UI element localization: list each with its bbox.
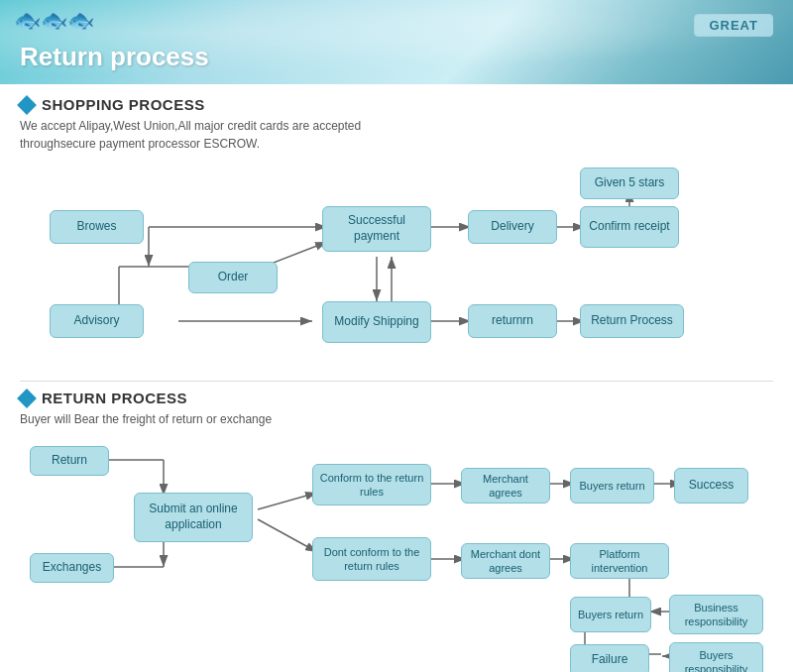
box-merchant-dont: Merchant dont agrees: [461, 543, 550, 579]
box-buyers-return1: Buyers return: [570, 468, 654, 504]
box-successful-payment: Successful payment: [322, 206, 431, 252]
box-submit-online: Submit an online application: [134, 493, 253, 542]
diamond-icon: [17, 95, 37, 115]
svg-line-18: [258, 519, 317, 552]
svg-line-17: [258, 493, 317, 509]
section-divider: [20, 381, 773, 382]
box-buyers-resp: Buyers responsibility: [669, 642, 763, 672]
return-flow: Return Submit an online application Exch…: [20, 438, 773, 672]
box-merchant-agrees: Merchant agrees: [461, 468, 550, 504]
box-business-resp: Business responsibility: [669, 595, 763, 634]
box-advisory: Advisory: [50, 304, 144, 338]
shopping-desc: We accept Alipay,West Union,All major cr…: [20, 117, 773, 153]
box-modify-shipping: Modify Shipping: [322, 301, 431, 343]
shopping-title: SHOPPING PROCESS: [42, 96, 205, 113]
header: 🐟🐟🐟 Return process GREAT: [0, 0, 793, 84]
return-desc: Buyer will Bear the freight of return or…: [20, 410, 773, 428]
great-badge: GREAT: [694, 14, 773, 37]
box-dont-conform: Dont conform to the return rules: [312, 537, 431, 581]
diamond-icon-2: [17, 389, 37, 408]
box-success: Success: [674, 468, 748, 504]
return-section-header: RETURN PROCESS: [20, 390, 773, 406]
shopping-flow: Given 5 stars Browes Successful payment …: [20, 163, 773, 371]
box-conform-rules: Conform to the return rules: [312, 464, 431, 505]
box-delivery: Delivery: [468, 210, 557, 244]
return-section: RETURN PROCESS Buyer will Bear the freig…: [20, 390, 773, 672]
box-platform: Platform intervention: [570, 543, 669, 579]
box-returnrn: returnrn: [468, 304, 557, 338]
box-return: Return: [30, 446, 109, 476]
box-return-process: Return Process: [580, 304, 684, 338]
shopping-section-header: SHOPPING PROCESS: [20, 96, 773, 113]
box-failure: Failure: [570, 644, 649, 672]
page-title: Return process: [20, 42, 209, 72]
box-exchanges: Exchanges: [30, 553, 114, 583]
fish-icons: 🐟🐟🐟: [14, 8, 94, 34]
box-order: Order: [188, 262, 278, 293]
box-browes: Browes: [50, 210, 144, 244]
box-buyers-return2: Buyers return: [570, 597, 651, 632]
main-content: SHOPPING PROCESS We accept Alipay,West U…: [0, 84, 793, 672]
return-title: RETURN PROCESS: [42, 390, 187, 406]
box-given-5-stars: Given 5 stars: [580, 168, 679, 199]
box-confirm-receipt: Confirm receipt: [580, 206, 679, 248]
